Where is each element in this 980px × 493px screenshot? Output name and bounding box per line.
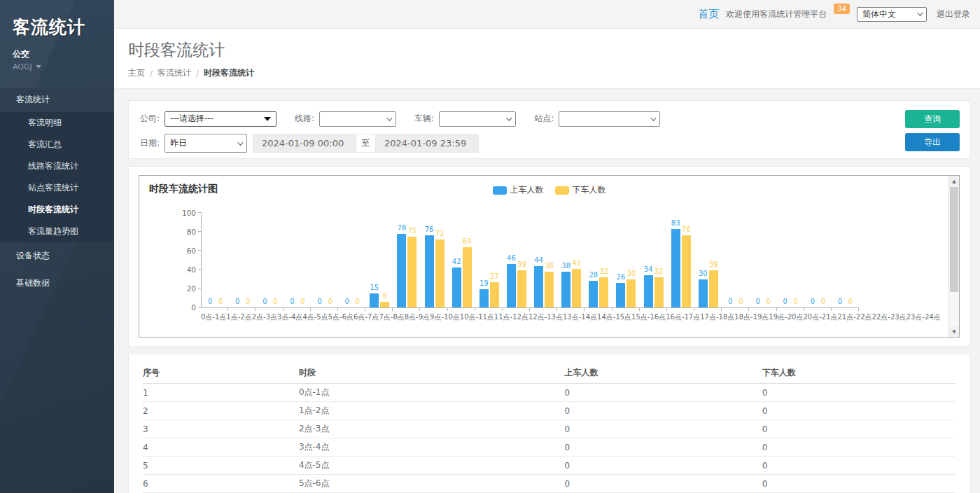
x-axis-label: 14点-15点 [597, 312, 631, 322]
query-button[interactable]: 查询 [905, 110, 960, 128]
x-tick [365, 308, 393, 311]
sidebar-item-基础数据[interactable]: 基础数据 [0, 270, 114, 297]
home-link[interactable]: 首页 [698, 8, 719, 21]
table-row: 10点-1点00 [143, 384, 955, 402]
nav-section-passenger-stats[interactable]: 客流统计 [0, 87, 114, 112]
sidebar-item-客流明细[interactable]: 客流明细 [0, 112, 114, 134]
chart-scrollbar[interactable]: ▲ ▼ [948, 176, 959, 337]
bar-下车人数: 27 [490, 282, 499, 307]
breadcrumb-item[interactable]: 主页 [128, 67, 145, 79]
bar-上车人数: 26 [616, 283, 625, 307]
bar-上车人数: 30 [699, 279, 708, 308]
bar-value-label: 39 [517, 261, 526, 268]
org-switcher[interactable]: AQGJ [13, 62, 102, 71]
chart-legend: 上车人数下车人数 [493, 184, 606, 196]
x-tick [530, 308, 557, 311]
sidebar-item-时段客流统计[interactable]: 时段客流统计 [0, 199, 114, 221]
bar-value-label: 32 [654, 268, 664, 275]
scrollbar-thumb[interactable] [950, 187, 958, 292]
bar-上车人数: 38 [561, 272, 570, 307]
legend-item-上车人数[interactable]: 上车人数 [493, 184, 544, 196]
table-cell: 5点-6点 [299, 478, 565, 489]
export-button[interactable]: 导出 [905, 133, 960, 151]
bar-value-label: 0 [811, 298, 815, 305]
company-select[interactable]: ---请选择--- [164, 111, 276, 127]
x-tick [284, 308, 311, 311]
bar-value-label: 75 [408, 228, 417, 235]
x-axis-label: 6点-7点 [354, 312, 379, 322]
line-select[interactable] [319, 111, 396, 127]
chevron-down-icon [917, 10, 923, 15]
x-tick [557, 308, 584, 311]
sidebar-item-站点客流统计[interactable]: 站点客流统计 [0, 177, 114, 199]
table-cell: 2 [143, 406, 299, 416]
bar-value-label: 44 [534, 257, 543, 264]
bar-group: 7875 [393, 214, 421, 307]
x-tick [832, 308, 859, 311]
scroll-up-icon[interactable]: ▲ [949, 176, 959, 186]
table-header-cell: 序号 [143, 367, 299, 379]
x-axis-label: 2点-3点 [252, 312, 277, 322]
y-axis-label: 100 [182, 209, 196, 217]
org-name: 公交 [13, 48, 102, 60]
table-header-row: 序号时段上车人数下车人数 [143, 363, 955, 384]
sidebar-nav: 客流统计客流明细客流汇总线路客流统计站点客流统计时段客流统计客流量趋势图设备状态… [0, 87, 114, 297]
sidebar-item-线路客流统计[interactable]: 线路客流统计 [0, 155, 114, 177]
x-axis-label: 1点-2点 [226, 312, 251, 322]
legend-swatch [493, 186, 507, 195]
table-header-cell: 上车人数 [565, 367, 762, 379]
topbar: 首页 欢迎使用客流统计管理平台 34 简体中文 退出登录 [114, 0, 980, 29]
x-tick [228, 308, 255, 311]
table-cell: 4 [143, 443, 299, 452]
bar-value-label: 0 [345, 298, 349, 305]
bar-下车人数: 76 [682, 235, 691, 307]
breadcrumb-item: 时段客流统计 [204, 67, 254, 79]
line-filter: 线路: [295, 111, 396, 127]
table-cell: 0 [565, 406, 762, 416]
date-preset-select[interactable]: 昨日 [164, 134, 247, 153]
date-end-input[interactable]: 2024-01-09 23:59 [375, 134, 479, 153]
scroll-down-icon[interactable]: ▼ [949, 326, 959, 337]
bar-上车人数: 78 [397, 234, 406, 307]
date-start-input[interactable]: 2024-01-09 00:00 [253, 134, 356, 153]
table-header-cell: 下车人数 [762, 367, 955, 379]
bar-下车人数: 32 [654, 277, 664, 307]
table-cell: 0 [762, 424, 955, 434]
y-axis-tick [198, 212, 202, 213]
legend-item-下车人数[interactable]: 下车人数 [555, 184, 606, 196]
bar-上车人数: 28 [589, 281, 598, 307]
logout-link[interactable]: 退出登录 [937, 8, 970, 20]
chart-title: 时段车流统计图 [149, 183, 218, 195]
x-tick [777, 308, 804, 311]
bar-value-label: 0 [794, 298, 798, 305]
table-panel: 序号时段上车人数下车人数10点-1点0021点-2点0032点-3点0043点-… [128, 354, 970, 493]
notification-badge[interactable]: 34 [834, 4, 850, 14]
bar-value-label: 76 [425, 226, 434, 233]
bar-group: 7672 [421, 214, 448, 307]
x-axis-label: 22点-23点 [872, 312, 906, 322]
table-cell: 4点-5点 [299, 459, 565, 471]
table-cell: 0 [762, 406, 955, 416]
bar-value-label: 0 [738, 298, 743, 305]
bar-value-label: 41 [572, 260, 581, 267]
x-tick [640, 308, 667, 311]
legend-label: 下车人数 [573, 184, 606, 196]
bar-group: 00 [832, 214, 859, 307]
bar-group: 3432 [640, 214, 667, 307]
breadcrumb-item[interactable]: 客流统计 [158, 67, 191, 79]
sidebar-item-客流量趋势图[interactable]: 客流量趋势图 [0, 221, 114, 242]
x-axis-labels: 0点-1点1点-2点2点-3点3点-4点4点-5点5点-6点6点-7点7点-8点… [201, 312, 859, 322]
bar-group: 00 [229, 214, 256, 307]
table-row: 21点-2点00 [143, 402, 955, 420]
bar-group: 00 [804, 214, 832, 307]
sidebar-item-设备状态[interactable]: 设备状态 [0, 242, 114, 270]
sidebar-item-客流汇总[interactable]: 客流汇总 [0, 134, 114, 155]
bar-group: 00 [256, 214, 284, 307]
bar-value-label: 38 [561, 263, 570, 270]
table-row: 32点-3点00 [143, 420, 955, 438]
station-select[interactable] [559, 111, 660, 127]
language-select[interactable]: 简体中文 [857, 7, 927, 22]
bar-上车人数: 44 [534, 266, 543, 307]
x-tick [311, 308, 338, 311]
vehicle-select[interactable] [439, 111, 516, 127]
